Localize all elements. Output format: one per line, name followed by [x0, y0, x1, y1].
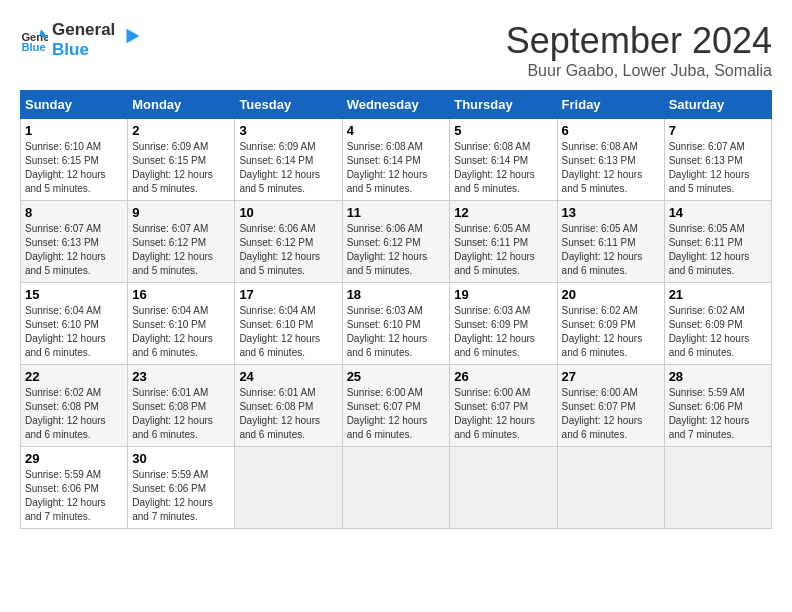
table-row: 23 Sunrise: 6:01 AM Sunset: 6:08 PM Dayl…	[128, 365, 235, 447]
table-row: 25 Sunrise: 6:00 AM Sunset: 6:07 PM Dayl…	[342, 365, 450, 447]
table-row: 14 Sunrise: 6:05 AM Sunset: 6:11 PM Dayl…	[664, 201, 771, 283]
table-row: 6 Sunrise: 6:08 AM Sunset: 6:13 PM Dayli…	[557, 119, 664, 201]
table-row: 10 Sunrise: 6:06 AM Sunset: 6:12 PM Dayl…	[235, 201, 342, 283]
table-row: 20 Sunrise: 6:02 AM Sunset: 6:09 PM Dayl…	[557, 283, 664, 365]
table-row: 22 Sunrise: 6:02 AM Sunset: 6:08 PM Dayl…	[21, 365, 128, 447]
table-row: 3 Sunrise: 6:09 AM Sunset: 6:14 PM Dayli…	[235, 119, 342, 201]
table-row: 18 Sunrise: 6:03 AM Sunset: 6:10 PM Dayl…	[342, 283, 450, 365]
header-thursday: Thursday	[450, 91, 557, 119]
empty-cell	[450, 447, 557, 529]
month-title: September 2024	[506, 20, 772, 62]
calendar-week: 15 Sunrise: 6:04 AM Sunset: 6:10 PM Dayl…	[21, 283, 772, 365]
header-tuesday: Tuesday	[235, 91, 342, 119]
logo-general: General	[52, 20, 115, 40]
location: Buur Gaabo, Lower Juba, Somalia	[506, 62, 772, 80]
header-saturday: Saturday	[664, 91, 771, 119]
table-row: 1 Sunrise: 6:10 AMSunset: 6:15 PMDayligh…	[21, 119, 128, 201]
table-row: 24 Sunrise: 6:01 AM Sunset: 6:08 PM Dayl…	[235, 365, 342, 447]
table-row: 9 Sunrise: 6:07 AM Sunset: 6:12 PM Dayli…	[128, 201, 235, 283]
table-row: 13 Sunrise: 6:05 AM Sunset: 6:11 PM Dayl…	[557, 201, 664, 283]
calendar-week: 22 Sunrise: 6:02 AM Sunset: 6:08 PM Dayl…	[21, 365, 772, 447]
empty-cell	[557, 447, 664, 529]
header-monday: Monday	[128, 91, 235, 119]
table-row: 12 Sunrise: 6:05 AM Sunset: 6:11 PM Dayl…	[450, 201, 557, 283]
table-row: 28 Sunrise: 5:59 AM Sunset: 6:06 PM Dayl…	[664, 365, 771, 447]
logo: General Blue General Blue	[20, 20, 143, 59]
logo-icon: General Blue	[20, 26, 48, 54]
logo-blue: Blue	[52, 40, 115, 60]
table-row: 19 Sunrise: 6:03 AM Sunset: 6:09 PM Dayl…	[450, 283, 557, 365]
table-row: 21 Sunrise: 6:02 AM Sunset: 6:09 PM Dayl…	[664, 283, 771, 365]
calendar-table: Sunday Monday Tuesday Wednesday Thursday…	[20, 90, 772, 529]
table-row: 2 Sunrise: 6:09 AM Sunset: 6:15 PM Dayli…	[128, 119, 235, 201]
header-row: Sunday Monday Tuesday Wednesday Thursday…	[21, 91, 772, 119]
table-row: 7 Sunrise: 6:07 AM Sunset: 6:13 PM Dayli…	[664, 119, 771, 201]
svg-text:Blue: Blue	[21, 41, 45, 53]
calendar-week: 8 Sunrise: 6:07 AM Sunset: 6:13 PM Dayli…	[21, 201, 772, 283]
table-row: 5 Sunrise: 6:08 AM Sunset: 6:14 PM Dayli…	[450, 119, 557, 201]
header-friday: Friday	[557, 91, 664, 119]
table-row: 11 Sunrise: 6:06 AM Sunset: 6:12 PM Dayl…	[342, 201, 450, 283]
table-row: 29 Sunrise: 5:59 AM Sunset: 6:06 PM Dayl…	[21, 447, 128, 529]
table-row: 8 Sunrise: 6:07 AM Sunset: 6:13 PM Dayli…	[21, 201, 128, 283]
arrow-icon	[121, 25, 143, 47]
calendar-week: 29 Sunrise: 5:59 AM Sunset: 6:06 PM Dayl…	[21, 447, 772, 529]
table-row: 4 Sunrise: 6:08 AM Sunset: 6:14 PM Dayli…	[342, 119, 450, 201]
empty-cell	[235, 447, 342, 529]
page-header: General Blue General Blue September 2024…	[20, 20, 772, 80]
title-block: September 2024 Buur Gaabo, Lower Juba, S…	[506, 20, 772, 80]
svg-marker-3	[127, 28, 140, 43]
table-row: 26 Sunrise: 6:00 AM Sunset: 6:07 PM Dayl…	[450, 365, 557, 447]
table-row: 15 Sunrise: 6:04 AM Sunset: 6:10 PM Dayl…	[21, 283, 128, 365]
empty-cell	[342, 447, 450, 529]
table-row: 17 Sunrise: 6:04 AM Sunset: 6:10 PM Dayl…	[235, 283, 342, 365]
empty-cell	[664, 447, 771, 529]
table-row: 16 Sunrise: 6:04 AM Sunset: 6:10 PM Dayl…	[128, 283, 235, 365]
header-wednesday: Wednesday	[342, 91, 450, 119]
calendar-week: 1 Sunrise: 6:10 AMSunset: 6:15 PMDayligh…	[21, 119, 772, 201]
header-sunday: Sunday	[21, 91, 128, 119]
table-row: 30 Sunrise: 5:59 AM Sunset: 6:06 PM Dayl…	[128, 447, 235, 529]
table-row: 27 Sunrise: 6:00 AM Sunset: 6:07 PM Dayl…	[557, 365, 664, 447]
